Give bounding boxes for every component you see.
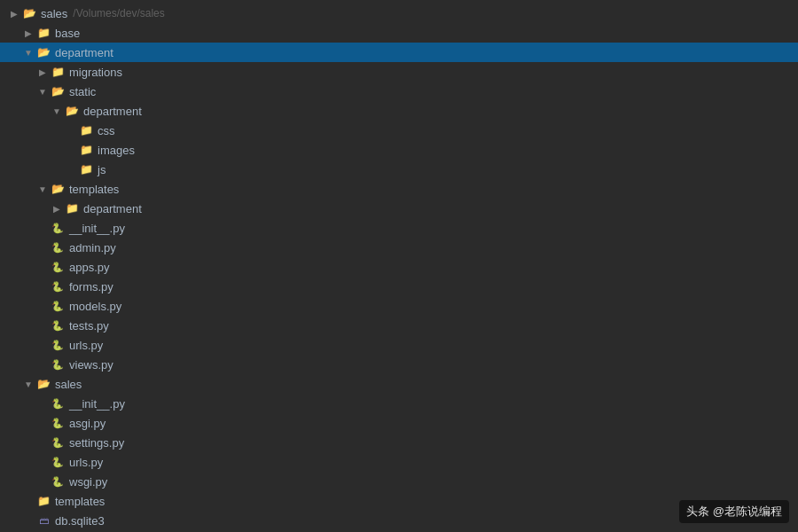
- python-icon: 🐍: [50, 338, 66, 352]
- item-label: forms.py: [69, 280, 113, 293]
- watermark: 头条 @老陈说编程: [679, 500, 789, 523]
- tree-item-sales-root[interactable]: ▶📂sales/Volumes/dev/sales: [0, 4, 798, 23]
- tree-item-init-py[interactable]: 🐍__init__.py: [0, 218, 798, 238]
- arrow-icon: ▼: [21, 48, 35, 58]
- item-label: css: [98, 124, 115, 137]
- item-label: tests.py: [69, 319, 109, 332]
- item-label: department: [83, 202, 142, 215]
- tree-item-sales-wsgi-py[interactable]: 🐍wsgi.py: [0, 472, 798, 491]
- python-icon: 🐍: [50, 318, 66, 332]
- tree-item-views-py[interactable]: 🐍views.py: [0, 355, 798, 374]
- python-icon: 🐍: [50, 357, 66, 372]
- arrow-icon: ▼: [35, 184, 50, 194]
- python-icon: 🐍: [50, 435, 66, 450]
- db-icon: 🗃: [35, 513, 51, 528]
- tree-item-admin-py[interactable]: 🐍admin.py: [0, 238, 798, 257]
- arrow-icon: ▼: [35, 87, 50, 97]
- watermark-site: 头条: [686, 505, 709, 518]
- tree-item-urls-py[interactable]: 🐍urls.py: [0, 335, 798, 355]
- python-icon: 🐍: [50, 299, 66, 313]
- item-label: __init__.py: [69, 397, 125, 411]
- item-label: static: [69, 85, 96, 98]
- item-label: asgi.py: [69, 417, 106, 430]
- folder-open-icon: 📂: [35, 377, 51, 391]
- arrow-icon: ▼: [21, 379, 35, 389]
- tree-item-migrations[interactable]: ▶📁migrations: [0, 62, 798, 82]
- tree-item-templates-department[interactable]: ▶📁department: [0, 199, 798, 218]
- tree-item-templates[interactable]: ▼📂templates: [0, 179, 798, 199]
- folder-icon: 📁: [64, 201, 80, 215]
- item-label: base: [55, 27, 80, 40]
- folder-open-icon: 📂: [35, 45, 51, 59]
- python-icon: 🐍: [50, 279, 66, 293]
- folder-open-icon: 📂: [21, 6, 37, 20]
- folder-open-icon: 📂: [50, 84, 66, 98]
- item-label: sales: [41, 7, 67, 20]
- item-label: models.py: [69, 300, 121, 313]
- python-icon: 🐍: [50, 474, 66, 489]
- arrow-icon: ▶: [21, 28, 35, 38]
- python-icon: 🐍: [50, 240, 66, 254]
- tree-item-models-py[interactable]: 🐍models.py: [0, 296, 798, 316]
- arrow-icon: ▶: [7, 9, 21, 19]
- folder-open-icon: 📂: [64, 104, 80, 118]
- folder-icon: 📁: [78, 162, 94, 176]
- item-label: migrations: [69, 66, 122, 79]
- tree-item-css[interactable]: 📁css: [0, 121, 798, 140]
- tree-item-apps-py[interactable]: 🐍apps.py: [0, 257, 798, 277]
- python-icon: 🐍: [50, 455, 66, 469]
- item-label: urls.py: [69, 339, 103, 352]
- arrow-icon: ▼: [50, 106, 64, 116]
- folder-icon: 📁: [78, 123, 94, 137]
- item-label: urls.py: [69, 456, 103, 469]
- watermark-handle: @老陈说编程: [713, 505, 782, 518]
- python-icon: 🐍: [50, 396, 66, 411]
- tree-item-images[interactable]: 📁images: [0, 140, 798, 160]
- tree-item-sales-init-py[interactable]: 🐍__init__.py: [0, 394, 798, 413]
- folder-icon: 📁: [50, 65, 66, 79]
- tree-item-sales-settings-py[interactable]: 🐍settings.py: [0, 433, 798, 452]
- folder-icon: 📁: [35, 494, 51, 508]
- item-sublabel: /Volumes/dev/sales: [73, 7, 164, 20]
- tree-item-sales-asgi-py[interactable]: 🐍asgi.py: [0, 413, 798, 433]
- item-label: images: [98, 144, 135, 157]
- item-label: apps.py: [69, 261, 110, 274]
- tree-item-forms-py[interactable]: 🐍forms.py: [0, 277, 798, 296]
- tree-item-tests-py[interactable]: 🐍tests.py: [0, 316, 798, 335]
- folder-icon: 📁: [35, 26, 51, 40]
- tree-item-js[interactable]: 📁js: [0, 160, 798, 179]
- item-label: templates: [69, 183, 119, 196]
- item-label: __init__.py: [69, 222, 125, 235]
- tree-item-department[interactable]: ▼📂department: [0, 43, 798, 62]
- arrow-icon: ▶: [35, 67, 50, 77]
- python-icon: 🐍: [50, 260, 66, 274]
- tree-item-base[interactable]: ▶📁base: [0, 23, 798, 43]
- item-label: department: [83, 105, 142, 118]
- python-icon: 🐍: [50, 221, 66, 235]
- item-label: sales: [55, 378, 82, 391]
- folder-open-icon: 📂: [50, 182, 66, 196]
- item-label: wsgi.py: [69, 475, 107, 489]
- arrow-icon: ▶: [50, 204, 64, 214]
- item-label: department: [55, 46, 113, 59]
- tree-item-root-templates[interactable]: 📁templates: [0, 491, 798, 511]
- tree-item-sales-pkg[interactable]: ▼📂sales: [0, 374, 798, 394]
- folder-icon: 📁: [78, 143, 94, 157]
- tree-item-db-sqlite3[interactable]: 🗃db.sqlite3: [0, 511, 798, 530]
- item-label: templates: [55, 495, 105, 508]
- tree-item-static[interactable]: ▼📂static: [0, 82, 798, 101]
- item-label: admin.py: [69, 241, 116, 254]
- file-tree[interactable]: ▶📂sales/Volumes/dev/sales▶📁base▼📂departm…: [0, 0, 798, 532]
- item-label: js: [98, 163, 106, 176]
- python-icon: 🐍: [50, 416, 66, 430]
- item-label: settings.py: [69, 436, 124, 450]
- tree-item-static-department[interactable]: ▼📂department: [0, 101, 798, 121]
- tree-item-sales-urls-py[interactable]: 🐍urls.py: [0, 452, 798, 472]
- item-label: views.py: [69, 358, 113, 372]
- item-label: db.sqlite3: [55, 514, 105, 528]
